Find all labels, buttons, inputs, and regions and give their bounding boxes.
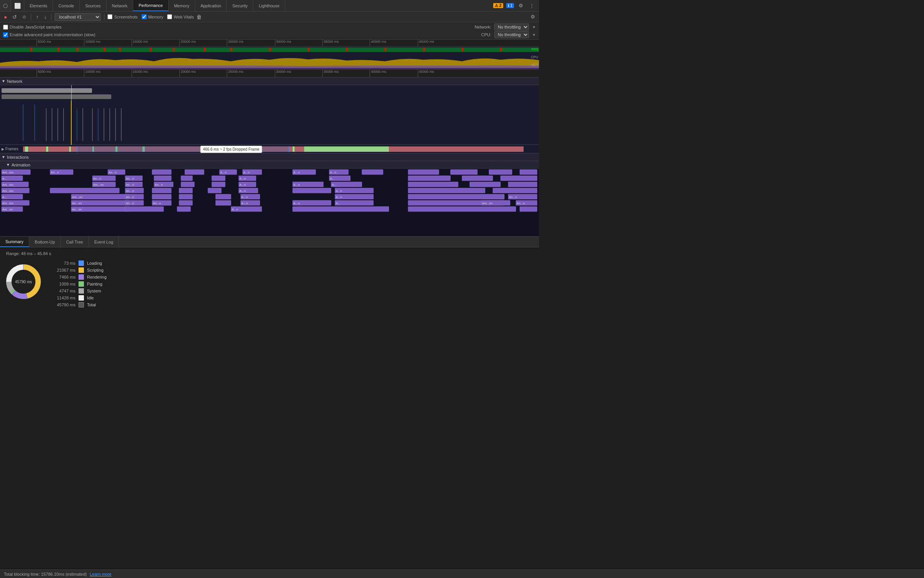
svg-text:A...n: A...n [336,195,342,199]
download-button[interactable]: ↓ [42,13,48,21]
tab-console[interactable]: Console [53,0,80,11]
idle-label: Idle [87,296,94,300]
svg-rect-171 [520,207,537,212]
settings-icon[interactable]: ⚙ [517,2,525,9]
gear-icon[interactable]: ⚙ [529,13,537,20]
svg-rect-137 [408,194,504,199]
record-button[interactable]: ● [2,13,8,21]
main-timeline-ruler: 5000 ms 10000 ms 15000 ms 20000 ms 25000… [0,70,539,77]
svg-text:An...n: An...n [109,171,117,174]
painting-value: 1009 ms [52,282,75,286]
interactions-header[interactable]: ▼ Interactions [0,153,539,161]
scripting-swatch [79,267,84,273]
settings-panel: Disable JavaScript samples Network: No t… [0,22,539,40]
screenshots-checkbox-label[interactable]: Screenshots [107,14,137,19]
url-select[interactable]: localhost #1 [55,13,101,21]
memory-checkbox-label[interactable]: Memory [142,14,164,19]
interactions-section: ▼ Interactions ▼ Animation Ani...ion An.… [0,153,539,237]
tab-security[interactable]: Security [227,0,253,11]
frames-more: ... [281,146,284,150]
network-label: Network [7,79,22,84]
animation-header[interactable]: ▼ Animation [0,161,539,169]
tab-bottom-up[interactable]: Bottom-Up [29,237,61,247]
clear-button[interactable]: 🗑 [196,14,202,20]
tick-45000: 45000 ms [418,40,434,46]
tab-summary[interactable]: Summary [0,237,29,247]
interactions-arrow: ▼ [2,155,5,159]
tab-memory[interactable]: Memory [169,0,195,11]
svg-text:Ani...ion: Ani...ion [2,202,13,205]
svg-rect-4 [104,47,105,51]
svg-text:An...n: An...n [509,195,517,199]
tab-bar: ⬡ ⬜ Elements Console Sources Network Per… [0,0,539,12]
main-tick-40000: 40000 ms [370,70,386,77]
total-value: 45790 ms [52,302,75,307]
svg-rect-47 [289,146,289,152]
svg-text:An...n: An...n [51,171,59,174]
svg-text:An...n: An...n [126,189,134,193]
refresh-record-button[interactable]: ↺ [11,13,18,21]
scripting-value: 21067 ms [52,268,75,272]
tab-application[interactable]: Application [195,0,227,11]
svg-rect-8 [204,47,205,51]
disable-js-label[interactable]: Disable JavaScript samples [3,25,62,30]
frames-row[interactable]: ▶ Frames ... 466.6 ms ~ 2 fps Drop [0,145,539,153]
rendering-value: 7466 ms [52,275,75,279]
upload-button[interactable]: ↑ [34,13,40,21]
inspect-icon[interactable]: ⬡ [0,0,11,11]
svg-text:Ani...ion: Ani...ion [2,183,13,187]
animation-svg: Ani...ion An...n An...n A...n A...n A...… [0,169,539,236]
more-menu-icon[interactable]: ⋮ [528,2,536,9]
svg-rect-6 [150,47,151,51]
performance-toolbar: ● ↺ ⊘ ↑ ↓ localhost #1 Screenshots Memor… [0,12,539,22]
legend-idle: 11428 ms Idle [52,295,107,301]
tab-call-tree[interactable]: Call Tree [61,237,89,247]
tab-event-log[interactable]: Event Log [89,237,119,247]
svg-text:A...n: A...n [239,189,246,193]
loading-swatch [79,260,84,266]
enable-paint-label[interactable]: Enable advanced paint instrumentation (s… [3,32,95,37]
tick-5000: 5000 ms [37,40,51,46]
svg-rect-86 [462,176,493,181]
network-arrow-icon: ▼ [2,79,5,83]
tab-sources[interactable]: Sources [80,0,106,11]
network-throttle-select[interactable]: No throttling [494,24,529,30]
svg-text:An...n: An...n [153,202,161,205]
tab-performance[interactable]: Performance [133,0,169,11]
web-vitals-checkbox-label[interactable]: Web Vitals [167,14,194,19]
svg-text:A...: A... [336,202,340,205]
main-tick-15000: 15000 ms [132,70,148,77]
svg-rect-10 [270,47,271,51]
network-requests-svg [0,85,539,145]
svg-rect-105 [408,182,458,187]
tab-network[interactable]: Network [107,0,133,11]
svg-rect-67 [489,170,512,175]
stop-button[interactable]: ⊘ [21,13,28,20]
overview-chart[interactable]: FPS CPU NET [0,47,539,70]
frames-track: ... [23,146,539,152]
enable-paint-checkbox[interactable] [3,32,8,37]
net-label: NET [531,63,538,67]
disable-js-checkbox[interactable] [3,25,8,30]
svg-rect-7 [173,47,174,51]
donut-center-label: 45790 ms [15,280,32,284]
animation-blocks-area[interactable]: Ani...ion An...n An...n A...n A...n A...… [0,169,539,236]
web-vitals-checkbox[interactable] [167,14,172,19]
memory-checkbox[interactable] [142,14,147,19]
svg-text:A...: A... [2,195,7,199]
network-section-header[interactable]: ▼ Network [0,77,539,85]
legend-system: 4747 ms System [52,288,107,294]
tab-lighthouse[interactable]: Lighthouse [253,0,285,11]
device-icon[interactable]: ⬜ [11,0,24,11]
cpu-throttle-select[interactable]: No throttling [494,31,529,38]
tab-elements[interactable]: Elements [24,0,53,11]
svg-text:An...on: An...on [72,208,82,211]
total-swatch [79,302,84,307]
main-tick-45000: 45000 ms [418,70,434,77]
svg-rect-113 [152,188,171,193]
network-bar-area[interactable] [0,85,539,145]
screenshots-checkbox[interactable] [107,14,112,19]
svg-rect-77 [181,176,192,181]
system-value: 4747 ms [52,289,75,293]
legend-painting: 1009 ms Painting [52,281,107,287]
